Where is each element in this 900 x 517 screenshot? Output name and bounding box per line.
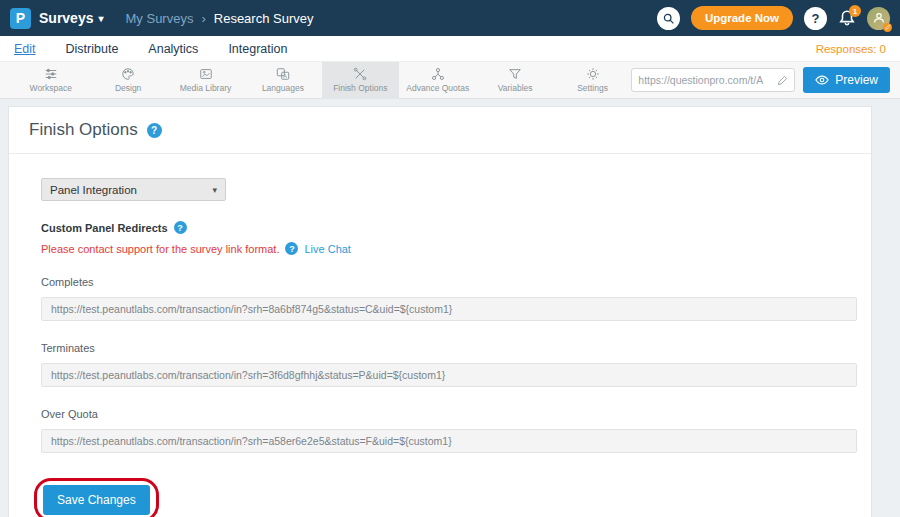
survey-nav: Edit Distribute Analytics Integration Re… [0, 36, 900, 62]
questionpro-logo[interactable]: P [10, 8, 31, 29]
help-button[interactable]: ? [804, 7, 827, 30]
toolbar-item-variables[interactable]: Variables [476, 62, 553, 99]
toolbar-item-finish-options[interactable]: Finish Options [322, 62, 399, 99]
terminates-url-input[interactable] [41, 363, 857, 387]
edit-url-icon[interactable] [777, 75, 788, 86]
toolbar-item-design[interactable]: Design [89, 62, 166, 99]
person-icon [872, 11, 886, 25]
finish-options-card: Finish Options ? Panel Integration ▾ Cus… [8, 106, 872, 517]
toolbar-label: Variables [498, 83, 533, 93]
toolbar-label: Design [115, 83, 141, 93]
finish-options-icon [353, 67, 367, 81]
toolbar-item-media-library[interactable]: Media Library [167, 62, 244, 99]
save-changes-button[interactable]: Save Changes [43, 485, 150, 515]
chevron-down-icon: ▾ [98, 13, 103, 24]
settings-icon [586, 67, 600, 81]
over-quota-label: Over Quota [41, 408, 857, 420]
redirects-help-icon[interactable]: ? [174, 221, 187, 234]
finish-options-help-icon[interactable]: ? [147, 123, 162, 138]
product-menu[interactable]: Surveys ▾ [39, 10, 104, 26]
page-title: Finish Options [29, 120, 138, 140]
breadcrumb-separator: › [201, 11, 205, 26]
upgrade-now-button[interactable]: Upgrade Now [691, 6, 793, 30]
product-label: Surveys [39, 10, 93, 26]
tab-edit[interactable]: Edit [14, 40, 36, 58]
variables-icon [508, 67, 522, 81]
search-icon [662, 12, 675, 25]
design-icon [121, 67, 135, 81]
terminates-label: Terminates [41, 342, 857, 354]
edit-avatar-icon [883, 23, 892, 32]
live-chat-link[interactable]: Live Chat [304, 243, 350, 255]
languages-icon: A [276, 67, 290, 81]
support-note: Please contact support for the survey li… [41, 242, 857, 255]
save-changes-area: Save Changes [43, 485, 150, 515]
tab-integration[interactable]: Integration [228, 40, 287, 58]
responses-count[interactable]: Responses: 0 [816, 43, 886, 55]
media-library-icon [199, 67, 213, 81]
toolbar-item-settings[interactable]: Settings [554, 62, 631, 99]
toolbar-label: Workspace [30, 83, 72, 93]
advance-quotas-icon [431, 67, 445, 81]
toolbar-item-advance-quotas[interactable]: Advance Quotas [399, 62, 476, 99]
panel-integration-select[interactable]: Panel Integration ▾ [41, 178, 226, 201]
eye-icon [815, 73, 829, 87]
toolbar-label: Settings [577, 83, 608, 93]
survey-url-box [631, 68, 795, 92]
preview-label: Preview [835, 73, 878, 87]
tab-distribute[interactable]: Distribute [66, 40, 119, 58]
panel-select-value: Panel Integration [50, 184, 137, 196]
workspace-icon [44, 67, 58, 81]
toolbar-label: Finish Options [333, 83, 387, 93]
topbar-actions: Upgrade Now ? 1 [657, 6, 890, 30]
edit-toolbar: Workspace Design Media Library A Languag… [0, 62, 900, 99]
custom-panel-redirects-section: Custom Panel Redirects ? [41, 221, 857, 234]
notification-badge: 1 [849, 5, 861, 17]
breadcrumb-current-survey: Research Survey [214, 11, 314, 26]
question-icon: ? [812, 11, 820, 26]
top-bar: P Surveys ▾ My Surveys › Research Survey… [0, 0, 900, 36]
svg-text:A: A [283, 73, 287, 79]
card-body: Panel Integration ▾ Custom Panel Redirec… [9, 154, 871, 517]
toolbar-label: Media Library [180, 83, 232, 93]
tab-analytics[interactable]: Analytics [148, 40, 198, 58]
toolbar-label: Advance Quotas [406, 83, 469, 93]
completes-label: Completes [41, 276, 857, 288]
notifications-button[interactable]: 1 [838, 9, 856, 27]
toolbar-item-workspace[interactable]: Workspace [12, 62, 89, 99]
preview-button[interactable]: Preview [803, 67, 890, 93]
card-header: Finish Options ? [9, 107, 871, 154]
toolbar-item-languages[interactable]: A Languages [244, 62, 321, 99]
avatar[interactable] [867, 7, 890, 30]
survey-url-input[interactable] [638, 74, 773, 86]
completes-url-input[interactable] [41, 297, 857, 321]
chevron-down-icon: ▾ [212, 185, 217, 195]
search-button[interactable] [657, 7, 680, 30]
main-area: Finish Options ? Panel Integration ▾ Cus… [0, 106, 900, 517]
over-quota-url-input[interactable] [41, 429, 857, 453]
custom-panel-redirects-label: Custom Panel Redirects [41, 222, 168, 234]
breadcrumb-my-surveys[interactable]: My Surveys [126, 11, 194, 26]
breadcrumb: My Surveys › Research Survey [126, 11, 314, 26]
support-note-text: Please contact support for the survey li… [41, 243, 279, 255]
live-chat-icon[interactable]: ? [285, 242, 298, 255]
toolbar-label: Languages [262, 83, 304, 93]
